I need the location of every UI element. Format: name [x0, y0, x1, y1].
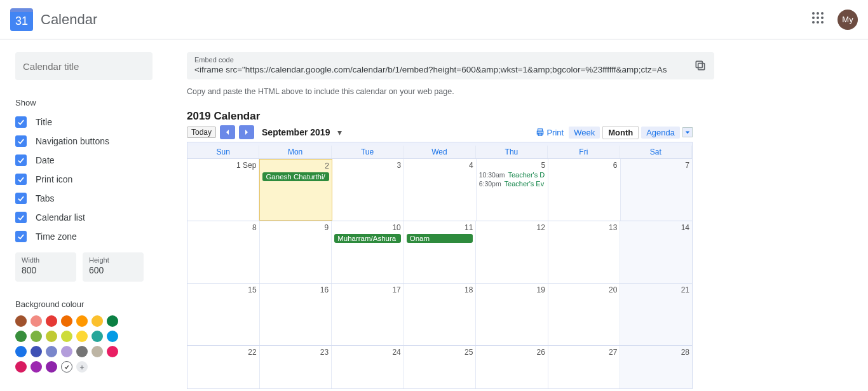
tab-month[interactable]: Month — [602, 126, 639, 139]
calendar-toolbar: Today September 2019 ▾ Print Week Month … — [187, 125, 693, 139]
day-cell[interactable]: 13 — [548, 221, 621, 283]
checkbox-icon — [15, 193, 27, 204]
day-cell[interactable]: 16 — [260, 284, 332, 345]
timed-event[interactable]: 6:30pm Teacher's Ev — [479, 180, 545, 188]
view-dropdown-icon[interactable] — [682, 127, 693, 137]
all-day-event[interactable]: Ganesh Chaturthi/ — [262, 172, 329, 181]
colour-swatch[interactable] — [31, 331, 42, 342]
check-print[interactable]: Print icon — [15, 174, 168, 185]
colour-swatch[interactable] — [107, 331, 118, 342]
day-cell[interactable]: 25 — [404, 346, 477, 388]
check-label: Calendar list — [36, 212, 85, 223]
day-number: 9 — [262, 223, 329, 232]
colour-swatch[interactable] — [61, 331, 72, 342]
day-cell[interactable]: 20 — [548, 284, 621, 345]
colour-swatch[interactable] — [76, 331, 88, 342]
colour-swatch[interactable] — [92, 315, 103, 327]
day-cell[interactable]: 510:30am Teacher's D6:30pm Teacher's Ev — [477, 159, 548, 221]
colour-swatch[interactable] — [15, 315, 27, 327]
embed-code-text: <iframe src="https://calendar.google.com… — [194, 65, 688, 74]
event-time: 6:30pm — [479, 180, 501, 188]
day-header: Sun — [187, 146, 259, 158]
check-tabs[interactable]: Tabs — [15, 193, 168, 204]
add-colour-button[interactable]: + — [76, 361, 88, 373]
height-input[interactable]: Height 600 — [83, 252, 144, 282]
colour-swatch[interactable] — [107, 315, 118, 327]
embed-help-text: Copy and paste the HTML above to include… — [187, 87, 855, 96]
day-number: 28 — [623, 348, 689, 357]
day-cell[interactable]: 3 — [332, 159, 404, 221]
colour-swatch[interactable] — [46, 346, 57, 357]
tab-agenda[interactable]: Agenda — [641, 127, 680, 139]
colour-swatch[interactable] — [31, 346, 42, 357]
embed-text-area[interactable]: Embed code <iframe src="https://calendar… — [194, 56, 688, 74]
day-cell[interactable]: 8 — [187, 221, 260, 283]
day-cell[interactable]: 10Muharram/Ashura — [332, 221, 404, 283]
colour-swatch[interactable] — [46, 331, 57, 342]
colour-swatch[interactable] — [15, 331, 27, 342]
day-cell[interactable]: 11Onam — [404, 221, 477, 283]
width-label: Width — [22, 256, 70, 264]
day-cell[interactable]: 23 — [260, 346, 332, 388]
svg-rect-0 — [698, 63, 705, 69]
day-cell[interactable]: 6 — [548, 159, 620, 221]
check-timezone[interactable]: Time zone — [15, 231, 168, 242]
day-cell[interactable]: 24 — [332, 346, 404, 388]
day-cell[interactable]: 22 — [187, 346, 260, 388]
colour-swatch[interactable] — [92, 331, 103, 342]
month-dropdown-icon[interactable]: ▾ — [337, 127, 342, 137]
day-cell[interactable]: 12 — [476, 221, 548, 283]
all-day-event[interactable]: Muharram/Ashura — [334, 234, 401, 243]
day-number: 8 — [190, 223, 257, 232]
colour-swatch[interactable] — [31, 315, 42, 327]
colour-swatch[interactable] — [31, 361, 42, 373]
day-cell[interactable]: 14 — [620, 221, 692, 283]
tab-week[interactable]: Week — [569, 127, 600, 139]
day-cell[interactable]: 28 — [620, 346, 692, 388]
check-date[interactable]: Date — [15, 154, 168, 166]
copy-icon[interactable] — [694, 59, 707, 72]
day-number: 1 Sep — [190, 161, 256, 170]
colour-swatch[interactable] — [61, 315, 72, 327]
all-day-event[interactable]: Onam — [407, 234, 473, 243]
colour-swatch[interactable] — [46, 315, 57, 327]
check-nav[interactable]: Navigation buttons — [15, 135, 168, 147]
day-cell[interactable]: 15 — [187, 284, 260, 345]
day-cell[interactable]: 7 — [621, 159, 692, 221]
colour-swatch[interactable] — [15, 346, 27, 357]
user-avatar[interactable]: My — [837, 10, 858, 30]
timed-event[interactable]: 10:30am Teacher's D — [479, 171, 545, 179]
colour-swatch[interactable] — [61, 346, 72, 357]
check-title[interactable]: Title — [15, 116, 168, 128]
day-cell[interactable]: 2Ganesh Chaturthi/ — [259, 159, 332, 221]
prev-month-button[interactable] — [220, 125, 235, 139]
day-cell[interactable]: 27 — [548, 346, 621, 388]
day-cell[interactable]: 18 — [404, 284, 477, 345]
colour-swatch[interactable] — [107, 346, 118, 357]
day-cell[interactable]: 21 — [620, 284, 692, 345]
print-button[interactable]: Print — [536, 128, 564, 137]
day-cell[interactable]: 17 — [332, 284, 404, 345]
colour-swatch[interactable] — [15, 361, 27, 373]
day-cell[interactable]: 9 — [260, 221, 332, 283]
day-cell[interactable]: 1 Sep — [187, 159, 259, 221]
day-cell[interactable]: 19 — [476, 284, 548, 345]
width-input[interactable]: Width 800 — [15, 252, 76, 282]
header-left: 31 Calendar — [10, 8, 97, 31]
check-calendar-list[interactable]: Calendar list — [15, 212, 168, 223]
colour-swatch[interactable] — [46, 361, 57, 373]
calendar-title-input[interactable] — [15, 52, 153, 80]
colour-swatch[interactable] — [76, 315, 88, 327]
colour-swatch-selected[interactable] — [61, 361, 72, 373]
day-number: 13 — [551, 223, 618, 232]
day-header: Wed — [403, 146, 475, 158]
day-number: 18 — [407, 285, 473, 294]
today-button[interactable]: Today — [187, 127, 216, 138]
next-month-button[interactable] — [239, 125, 254, 139]
day-cell[interactable]: 4 — [404, 159, 476, 221]
google-apps-icon[interactable] — [812, 12, 827, 27]
colour-swatch[interactable] — [92, 346, 103, 357]
day-cell[interactable]: 26 — [476, 346, 548, 388]
day-number: 4 — [407, 161, 473, 170]
colour-swatch[interactable] — [76, 346, 88, 357]
